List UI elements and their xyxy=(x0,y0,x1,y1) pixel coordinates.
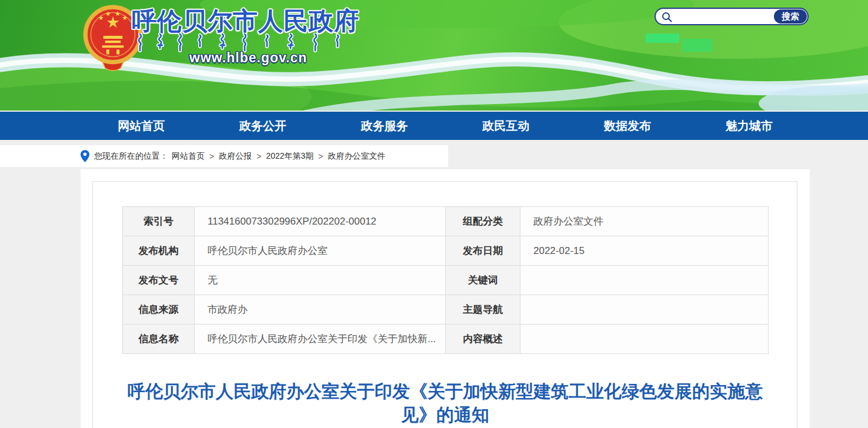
svg-text:★: ★ xyxy=(115,10,121,18)
doc-info-table: 索引号 1134160073302996XP/202202-00012 组配分类… xyxy=(122,206,769,354)
info-label: 发布机构 xyxy=(123,236,195,266)
main-nav: 网站首页 政务公开 政务服务 政民互动 数据发布 魅力城市 xyxy=(0,112,868,140)
breadcrumb-prefix: 您现在所在的位置： xyxy=(94,151,168,162)
info-label: 发布文号 xyxy=(123,266,195,295)
info-label: 索引号 xyxy=(123,207,195,236)
breadcrumb: 您现在所在的位置： 网站首页 > 政府公报 > 2022年第3期 > 政府办公室… xyxy=(0,145,448,167)
info-label: 主题导航 xyxy=(446,295,520,325)
nav-item-interaction[interactable]: 政民互动 xyxy=(445,112,567,140)
info-label: 信息来源 xyxy=(123,295,195,325)
svg-text:★: ★ xyxy=(105,10,111,18)
info-value: 无 xyxy=(195,266,446,295)
info-label: 内容概述 xyxy=(446,325,520,354)
search-box: 搜索 xyxy=(655,8,809,25)
table-row: 发布机构 呼伦贝尔市人民政府办公室 发布日期 2022-02-15 xyxy=(123,236,769,266)
breadcrumb-separator: > xyxy=(256,152,261,161)
breadcrumb-separator: > xyxy=(318,152,323,161)
site-url: www.hlbe.gov.cn xyxy=(189,50,307,66)
info-value: 政府办公室文件 xyxy=(520,207,769,236)
document-title: 呼伦贝尔市人民政府办公室关于印发《关于加快新型建筑工业化绿色发展的实施意见》的通… xyxy=(116,380,774,427)
table-row: 发布文号 无 关键词 xyxy=(123,266,769,295)
info-value: 1134160073302996XP/202202-00012 xyxy=(195,207,446,236)
nav-item-gov-info[interactable]: 政务公开 xyxy=(202,112,324,140)
table-row: 信息名称 呼伦贝尔市人民政府办公室关于印发《关于加快新... 内容概述 xyxy=(123,325,769,354)
location-pin-icon xyxy=(81,150,89,162)
search-button[interactable]: 搜索 xyxy=(774,9,807,24)
svg-text:★: ★ xyxy=(98,14,104,22)
breadcrumb-link-category[interactable]: 政府办公室文件 xyxy=(328,151,386,162)
table-row: 索引号 1134160073302996XP/202202-00012 组配分类… xyxy=(123,207,769,236)
info-label: 信息名称 xyxy=(123,325,195,354)
info-value: 呼伦贝尔市人民政府办公室关于印发《关于加快新... xyxy=(195,325,446,354)
info-value: 2022-02-15 xyxy=(520,236,769,266)
document-panel: 索引号 1134160073302996XP/202202-00012 组配分类… xyxy=(92,181,797,428)
nav-item-home[interactable]: 网站首页 xyxy=(81,112,202,140)
info-label: 组配分类 xyxy=(446,207,520,236)
content-card: 索引号 1134160073302996XP/202202-00012 组配分类… xyxy=(81,169,810,428)
nav-item-data[interactable]: 数据发布 xyxy=(567,112,689,140)
site-banner: ★ ★ ★ ★ ★ 呼伦贝尔市人民政府 xyxy=(0,0,868,111)
search-icon xyxy=(661,11,673,23)
nav-item-services[interactable]: 政务服务 xyxy=(323,112,445,140)
info-label: 发布日期 xyxy=(446,236,520,266)
breadcrumb-separator: > xyxy=(209,152,214,161)
search-input[interactable] xyxy=(675,10,776,23)
breadcrumb-link-gazette[interactable]: 政府公报 xyxy=(219,151,252,162)
info-label: 关键词 xyxy=(446,266,520,295)
page: ★ ★ ★ ★ ★ 呼伦贝尔市人民政府 xyxy=(0,0,868,428)
info-value xyxy=(520,325,769,354)
info-value: 市政府办 xyxy=(195,295,446,325)
breadcrumb-link-home[interactable]: 网站首页 xyxy=(172,151,205,162)
table-row: 信息来源 市政府办 主题导航 xyxy=(123,295,769,325)
info-value: 呼伦贝尔市人民政府办公室 xyxy=(195,236,446,266)
svg-text:★: ★ xyxy=(122,14,128,22)
nav-item-city[interactable]: 魅力城市 xyxy=(688,112,810,140)
info-value xyxy=(520,266,769,295)
info-value xyxy=(520,295,769,325)
breadcrumb-link-issue[interactable]: 2022年第3期 xyxy=(266,151,313,162)
